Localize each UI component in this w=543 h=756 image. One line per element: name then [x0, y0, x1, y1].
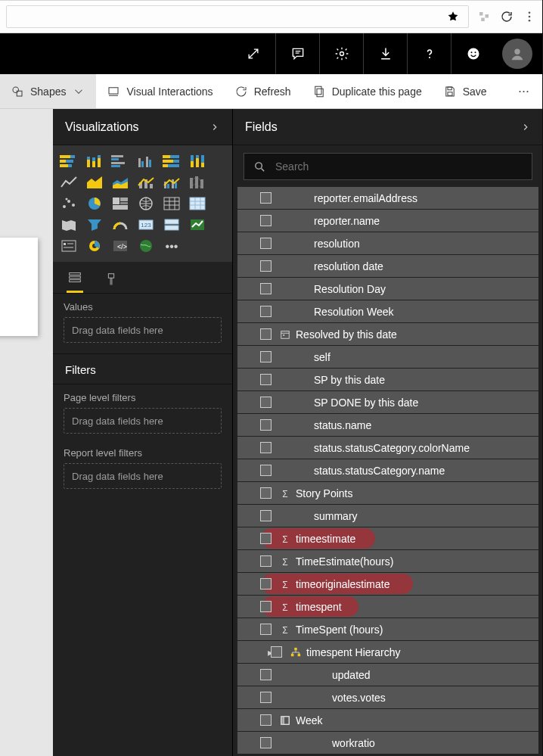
field-row[interactable]: reporter.emailAddress: [237, 187, 538, 209]
values-dropzone[interactable]: Drag data fields here: [64, 317, 222, 343]
ribbon-more-button[interactable]: ···: [504, 83, 543, 99]
field-row[interactable]: SP by this date: [237, 369, 538, 390]
hundred-stacked-column-chart-icon[interactable]: [188, 153, 207, 170]
field-row[interactable]: status.statusCategory.name: [237, 459, 538, 481]
area-chart-icon[interactable]: [85, 174, 104, 191]
format-tab[interactable]: [103, 272, 119, 293]
stacked-area-chart-icon[interactable]: [110, 174, 130, 191]
field-checkbox[interactable]: [260, 533, 272, 544]
fullscreen-button[interactable]: [231, 33, 275, 74]
map-chart-icon[interactable]: [136, 195, 156, 212]
visualizations-header[interactable]: Visualizations: [53, 109, 232, 145]
field-checkbox[interactable]: [260, 578, 272, 590]
fields-search-input[interactable]: [275, 160, 523, 173]
field-row[interactable]: votes.votes: [237, 686, 538, 708]
download-button[interactable]: [363, 33, 407, 74]
field-row[interactable]: status.statusCategory.colorName: [237, 437, 538, 459]
field-row[interactable]: Resolved by this date: [237, 323, 538, 345]
pie-chart-icon[interactable]: [85, 195, 104, 212]
field-row[interactable]: timeoriginalestimate: [237, 573, 538, 595]
field-checkbox[interactable]: [260, 737, 272, 748]
field-checkbox[interactable]: [260, 260, 272, 272]
help-button[interactable]: [407, 33, 451, 74]
field-row[interactable]: Week: [237, 709, 538, 731]
kpi-visual-icon[interactable]: [188, 216, 207, 233]
bookmark-star-icon[interactable]: [445, 9, 461, 24]
scatter-chart-icon[interactable]: [59, 195, 79, 212]
field-row[interactable]: Resolution Week: [237, 300, 538, 322]
clustered-bar-chart-icon[interactable]: [110, 153, 130, 170]
field-row[interactable]: Resolution Day: [237, 278, 538, 300]
field-checkbox[interactable]: [260, 215, 272, 226]
settings-button[interactable]: [319, 33, 363, 74]
field-row[interactable]: timespent: [237, 596, 538, 618]
arcgis-visual-icon[interactable]: [136, 238, 156, 254]
funnel-chart-icon[interactable]: [85, 216, 104, 233]
r-visual-icon[interactable]: </>: [110, 238, 130, 254]
field-row[interactable]: ▸timespent Hierarchy: [237, 641, 538, 663]
card-visual-icon[interactable]: 123: [136, 216, 156, 233]
field-row[interactable]: resolution: [237, 232, 538, 254]
table-visual-icon[interactable]: [162, 195, 182, 212]
field-checkbox[interactable]: [260, 714, 272, 726]
field-checkbox[interactable]: [260, 465, 272, 476]
field-checkbox[interactable]: [271, 646, 282, 658]
field-checkbox[interactable]: [260, 601, 272, 612]
fields-header[interactable]: Fields: [233, 109, 543, 145]
field-row[interactable]: self: [237, 346, 538, 368]
line-chart-icon[interactable]: [59, 174, 79, 191]
canvas-page[interactable]: [0, 238, 38, 336]
field-checkbox[interactable]: [260, 397, 272, 408]
field-checkbox[interactable]: [260, 238, 272, 249]
field-checkbox[interactable]: [260, 624, 272, 635]
fields-tab[interactable]: [67, 269, 83, 293]
duplicate-page-button[interactable]: Duplicate this page: [302, 74, 433, 108]
visual-interactions-button[interactable]: Visual Interactions: [96, 74, 223, 108]
field-checkbox[interactable]: [260, 306, 272, 317]
field-row[interactable]: TimeEstimate(hours): [237, 550, 538, 572]
feedback-button[interactable]: [451, 33, 495, 74]
report-canvas[interactable]: [0, 109, 53, 756]
field-checkbox[interactable]: [260, 510, 272, 521]
matrix-visual-icon[interactable]: [188, 195, 207, 212]
field-row[interactable]: SP DONE by this date: [237, 391, 538, 413]
slicer-visual-icon[interactable]: [59, 238, 79, 254]
field-checkbox[interactable]: [260, 328, 272, 340]
comments-button[interactable]: [275, 33, 319, 74]
hundred-stacked-bar-chart-icon[interactable]: [162, 153, 182, 170]
field-checkbox[interactable]: [260, 283, 272, 294]
field-checkbox[interactable]: [260, 487, 272, 499]
field-row[interactable]: summary: [237, 505, 538, 527]
filled-map-icon[interactable]: [59, 216, 79, 233]
reload-icon[interactable]: [499, 9, 514, 24]
fields-search[interactable]: [244, 153, 532, 180]
omnibox[interactable]: [6, 5, 469, 28]
report-filters-dropzone[interactable]: Drag data fields here: [64, 463, 222, 489]
save-button[interactable]: Save: [433, 74, 498, 108]
field-row[interactable]: resolution date: [237, 255, 538, 277]
shapes-button[interactable]: Shapes: [0, 74, 96, 108]
page-filters-dropzone[interactable]: Drag data fields here: [64, 408, 222, 434]
field-row[interactable]: TimeSpent (hours): [237, 618, 538, 640]
browser-menu-icon[interactable]: [522, 9, 537, 24]
field-checkbox[interactable]: [260, 374, 272, 385]
line-stacked-column-chart-icon[interactable]: [136, 174, 156, 191]
field-row[interactable]: Story Points: [237, 482, 538, 504]
multi-row-card-icon[interactable]: [162, 216, 182, 233]
refresh-button[interactable]: Refresh: [224, 74, 302, 108]
field-row[interactable]: timeestimate: [237, 527, 538, 549]
field-checkbox[interactable]: [260, 351, 272, 362]
account-avatar[interactable]: [502, 39, 532, 69]
field-checkbox[interactable]: [260, 669, 272, 680]
extension-icon[interactable]: [476, 9, 492, 24]
treemap-chart-icon[interactable]: [110, 195, 130, 212]
field-checkbox[interactable]: [260, 192, 272, 204]
ribbon-chart-icon[interactable]: [188, 174, 207, 191]
clustered-column-chart-icon[interactable]: [136, 153, 156, 170]
field-row[interactable]: workratio: [237, 732, 538, 754]
field-row[interactable]: status.name: [237, 414, 538, 436]
field-row[interactable]: reporter.name: [237, 210, 538, 232]
field-checkbox[interactable]: [260, 555, 272, 567]
field-checkbox[interactable]: [260, 419, 272, 431]
field-checkbox[interactable]: [260, 442, 272, 453]
